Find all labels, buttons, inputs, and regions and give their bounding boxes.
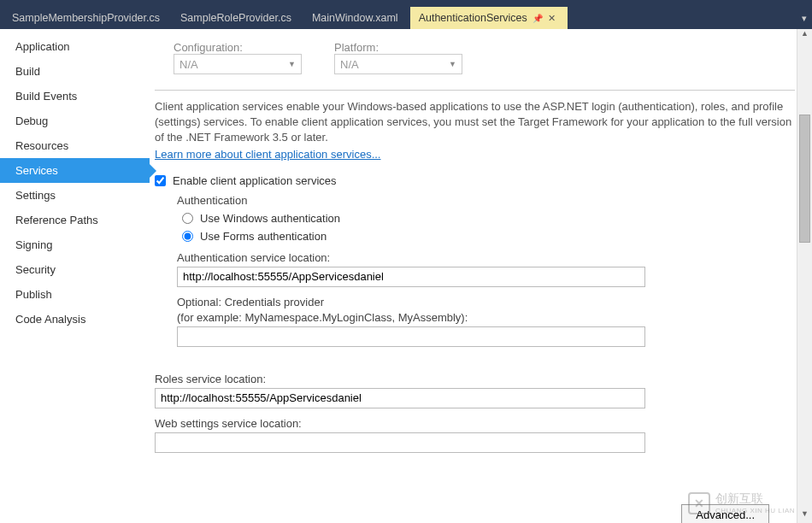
tab-sample-membership[interactable]: SampleMembershipProvider.cs [3,7,172,29]
close-icon[interactable]: ✕ [548,13,556,24]
sidebar-item-build-events[interactable]: Build Events [0,84,150,109]
sidebar-item-application[interactable]: Application [0,34,150,59]
tab-sample-role[interactable]: SampleRoleProvider.cs [172,7,303,29]
sidebar-item-publish[interactable]: Publish [0,282,150,307]
tab-mainwindow[interactable]: MainWindow.xaml [303,7,410,29]
chevron-down-icon: ▼ [449,60,456,68]
scroll-thumb[interactable] [799,115,810,243]
sidebar-item-reference-paths[interactable]: Reference Paths [0,208,150,232]
sidebar-item-resources[interactable]: Resources [0,133,150,158]
web-settings-location-input[interactable] [155,432,645,453]
roles-service-location-label: Roles service location: [155,373,778,385]
advanced-button[interactable]: Advanced... [681,504,769,523]
configuration-select[interactable]: N/A ▼ [174,54,302,74]
platform-label: Platform: [334,41,379,54]
tab-authentication-services[interactable]: AuthenticationServices 📌 ✕ [410,7,568,29]
windows-auth-label: Use Windows authentication [200,212,340,225]
scroll-up-icon[interactable]: ▲ [797,29,812,43]
windows-auth-radio[interactable] [182,213,193,224]
main-panel: Configuration: N/A ▼ Platform: N/A ▼ Cli… [150,29,812,523]
configuration-label: Configuration: [174,41,243,54]
credentials-provider-label1: Optional: Credentials provider [177,296,778,309]
credentials-provider-input[interactable] [177,326,645,347]
scroll-down-icon[interactable]: ▼ [797,509,812,523]
learn-more-link[interactable]: Learn more about client application serv… [155,148,380,161]
sidebar-item-signing[interactable]: Signing [0,232,150,257]
sidebar-item-build[interactable]: Build [0,59,150,84]
credentials-provider-label2: (for example: MyNamespace.MyLoginClass, … [177,311,778,324]
enable-services-label: Enable client application services [173,174,337,187]
sidebar-item-security[interactable]: Security [0,257,150,282]
sidebar-item-settings[interactable]: Settings [0,183,150,208]
auth-service-location-input[interactable] [177,267,645,287]
forms-auth-radio[interactable] [182,231,193,242]
titlebar [0,0,812,7]
pin-icon[interactable]: 📌 [533,14,543,23]
auth-service-location-label: Authentication service location: [177,251,778,264]
sidebar: Application Build Build Events Debug Res… [0,29,150,523]
description-text: Client application services enable your … [155,99,795,146]
chevron-down-icon: ▼ [288,60,296,68]
vertical-scrollbar[interactable]: ▲ ▼ [797,29,812,523]
auth-group-title: Authentication [177,194,778,207]
document-tabs: SampleMembershipProvider.cs SampleRolePr… [0,7,812,29]
sidebar-item-services[interactable]: Services [0,158,150,183]
separator [155,90,795,91]
web-settings-location-label: Web settings service location: [155,417,778,430]
sidebar-item-debug[interactable]: Debug [0,109,150,133]
sidebar-item-code-analysis[interactable]: Code Analysis [0,307,150,332]
tabs-overflow[interactable]: ▾ [802,7,812,29]
platform-select[interactable]: N/A ▼ [334,54,462,74]
forms-auth-label: Use Forms authentication [200,230,327,243]
enable-services-checkbox[interactable] [155,175,166,186]
roles-service-location-input[interactable] [155,388,645,408]
